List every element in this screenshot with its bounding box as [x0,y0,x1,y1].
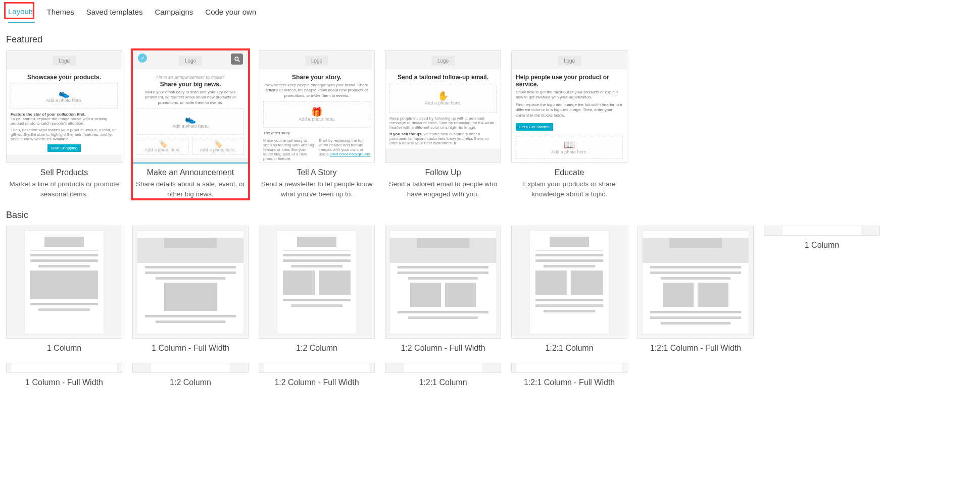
template-desc: Market a line of products or promote sea… [6,179,122,199]
preview-cropped[interactable] [764,226,880,236]
preview-cropped[interactable] [6,363,122,373]
template-title: Tell A Story [259,168,375,177]
template-1-2-1-column-full-width-row2[interactable]: 1:2:1 Column - Full Width [511,363,627,387]
preview-cropped[interactable] [132,363,249,373]
template-tabs: Layouts Themes Saved templates Campaigns… [0,0,980,23]
preview-educate[interactable]: Logo Help people use your product or ser… [511,50,627,163]
svg-line-1 [238,60,239,62]
template-title: 1:2 Column [259,344,375,353]
photo-placeholder: 🏷️ Add a photo here. [137,138,189,155]
photo-placeholder: 👟 Add a photo here. [11,83,118,109]
template-desc: Share details about a sale, event, or ot… [132,179,249,199]
template-1-2-1-column-full-width[interactable]: 1:2:1 Column - Full Width [638,226,754,353]
template-desc: Send a tailored email to people who have… [385,179,501,199]
photo-placeholder: 👟 Add a photo here. [137,109,244,135]
hand-icon: ✋ [437,91,449,100]
section-title-featured: Featured [6,34,980,45]
tab-layouts[interactable]: Layouts [8,5,35,23]
photo-placeholder: ✋ Add a photo here. [389,84,497,113]
template-title: 1 Column [764,241,880,250]
template-sell-products[interactable]: Logo Showcase your products. 👟 Add a pho… [6,50,122,199]
basic-grid: 1 Column 1 Column - Full Width [0,226,980,387]
template-educate[interactable]: Logo Help people use your product or ser… [511,50,627,199]
preview-1-column-full-width[interactable] [132,226,249,339]
template-1-2-column[interactable]: 1:2 Column [259,226,375,353]
template-title: Educate [511,168,627,177]
template-title: 1:2 Column [132,378,249,387]
preview-1-2-column-full-width[interactable] [385,226,501,339]
preview-logo: Logo [179,56,202,66]
photo-placeholder: 🏷️ Add a photo here. [192,138,244,155]
template-tell-a-story[interactable]: Logo Share your story. Newsletters keep … [259,50,375,199]
shoe-icon: 👟 [185,115,196,124]
preview-logo: Logo [431,56,455,66]
template-make-announcement[interactable]: ✓ Logo Have an announcement to make? Sha… [132,50,249,199]
preview-follow-up[interactable]: Logo Send a tailored follow-up email. ✋ … [385,50,501,163]
shoe-icon: 👟 [59,89,70,98]
tab-saved-templates[interactable]: Saved templates [86,5,143,23]
preview-1-2-1-column[interactable] [511,226,627,339]
preview-logo: Logo [305,56,328,66]
preview-1-2-1-column-full-width[interactable] [638,226,754,339]
preview-headline: Send a tailored follow-up email. [389,74,497,81]
tag-icon: 🏷️ [159,141,167,147]
tab-themes[interactable]: Themes [47,5,74,23]
tab-campaigns[interactable]: Campaigns [155,5,193,23]
template-title: Follow Up [385,168,501,177]
svg-point-0 [235,57,238,61]
template-title: 1 Column [6,344,122,353]
template-desc: Send a newsletter to let people know wha… [259,179,375,199]
template-1-2-column-full-width[interactable]: 1:2 Column - Full Width [385,226,501,353]
gift-icon: 🎁 [311,107,322,117]
template-title: 1 Column - Full Width [132,344,249,353]
template-title: 1:2:1 Column - Full Width [511,378,627,387]
preview-cropped[interactable] [511,363,627,373]
preview-cta-button: Let's Get Started [516,123,553,131]
template-1-2-column-row2[interactable]: 1:2 Column [132,363,249,387]
template-title: 1:2:1 Column [511,344,627,353]
template-title: 1:2:1 Column - Full Width [638,344,754,353]
template-1-column-full-width[interactable]: 1 Column - Full Width [132,226,249,353]
tag-icon: 🏷️ [214,141,222,147]
preview-cropped[interactable] [385,363,501,373]
preview-headline: Share your story. [263,74,370,81]
preview-logo: Logo [53,56,76,66]
template-1-2-column-full-width-row2[interactable]: 1:2 Column - Full Width [259,363,375,387]
check-icon: ✓ [138,53,147,63]
photo-placeholder: 📖 Add a photo here. [516,136,623,159]
preview-headline: Share your big news. [137,81,244,88]
preview-make-announcement[interactable]: ✓ Logo Have an announcement to make? Sha… [132,50,249,163]
template-title: Make an Announcement [132,168,249,177]
magnify-icon[interactable] [231,53,243,65]
template-title: 1:2 Column - Full Width [385,344,501,353]
preview-headline: Help people use your product or service. [516,74,623,88]
template-follow-up[interactable]: Logo Send a tailored follow-up email. ✋ … [385,50,501,199]
template-title: 1:2 Column - Full Width [259,378,375,387]
template-1-column-row2[interactable]: 1 Column [764,226,880,353]
template-1-2-1-column[interactable]: 1:2:1 Column [511,226,627,353]
photo-placeholder: 🎁 Add a photo here. [263,101,370,128]
preview-1-2-column[interactable] [259,226,375,339]
preview-link: solid color background [330,152,370,156]
template-title: 1:2:1 Column [385,378,501,387]
tab-code-your-own[interactable]: Code your own [205,5,256,23]
preview-logo: Logo [558,56,581,66]
preview-tell-a-story[interactable]: Logo Share your story. Newsletters keep … [259,50,375,163]
preview-cropped[interactable] [259,363,375,373]
template-1-column-full-width-row2[interactable]: 1 Column - Full Width [6,363,122,387]
preview-cta-button: Start Shopping [47,144,81,152]
template-title: Sell Products [6,168,122,177]
featured-grid: Logo Showcase your products. 👟 Add a pho… [0,50,980,199]
book-icon: 📖 [564,140,575,149]
template-1-column[interactable]: 1 Column [6,226,122,353]
template-desc: Explain your products or share knowledge… [511,179,627,199]
section-title-basic: Basic [6,210,980,221]
preview-1-column[interactable] [6,226,122,339]
template-title: 1 Column - Full Width [6,378,122,387]
template-1-2-1-column-row2[interactable]: 1:2:1 Column [385,363,501,387]
preview-headline: Showcase your products. [11,74,118,81]
preview-sell-products[interactable]: Logo Showcase your products. 👟 Add a pho… [6,50,122,163]
